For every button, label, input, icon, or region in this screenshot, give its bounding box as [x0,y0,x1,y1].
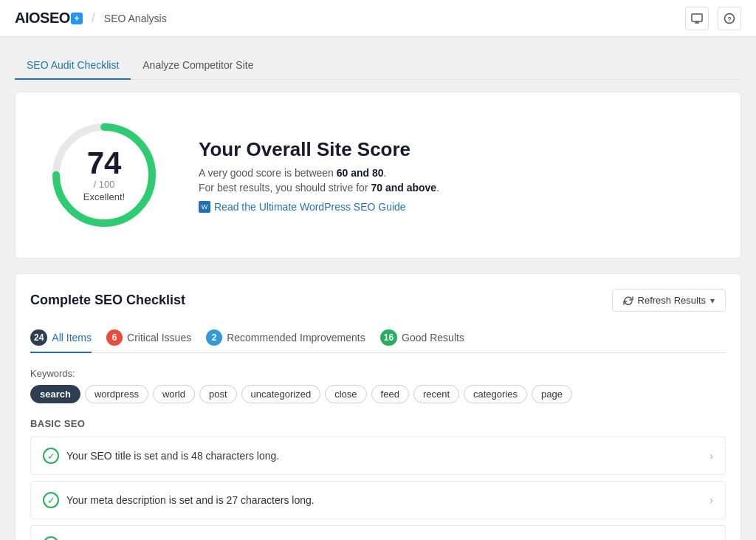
keyword-uncategorized[interactable]: uncategorized [241,385,321,403]
logo-aio-text: AIO [15,10,40,27]
logo: AIOSEO+ [15,10,83,27]
wordpress-icon: W [199,201,210,213]
header-left: AIOSEO+ / SEO Analysis [15,10,167,27]
item-1-left: ✓ Your SEO title is set and is 48 charac… [43,448,279,464]
filter-tab-critical[interactable]: 6 Critical Issues [106,324,191,353]
score-desc1: A very good score is between 60 and 80. [199,167,439,179]
gauge-label: Excellent! [83,191,125,202]
item-3-left: ✓ One or more keywords were found in the… [43,536,408,540]
app-header: AIOSEO+ / SEO Analysis ? [0,0,756,37]
keyword-recent[interactable]: recent [413,385,459,403]
basic-seo-label: Basic SEO [30,418,726,429]
refresh-button[interactable]: Refresh Results ▾ [612,289,726,312]
check-icon-3: ✓ [43,536,59,540]
score-desc2: For best results, you should strive for … [199,182,439,194]
refresh-chevron-icon: ▾ [710,295,715,306]
checklist-items: ✓ Your SEO title is set and is 48 charac… [30,437,726,540]
svg-rect-0 [692,14,702,21]
checklist-card: Complete SEO Checklist Refresh Results ▾… [15,273,741,540]
score-title: Your Overall Site Score [199,138,439,161]
main-content: SEO Audit Checklist Analyze Competitor S… [0,37,756,540]
help-icon-button[interactable]: ? [718,7,741,30]
check-icon-2: ✓ [43,492,59,508]
gauge-max: / 100 [83,179,125,190]
filter-label-good: Good Results [402,332,464,344]
gauge-score: 74 [83,148,125,179]
item-2-left: ✓ Your meta description is set and is 27… [43,492,315,508]
item-1-chevron-icon: › [709,450,713,462]
filter-tab-all[interactable]: 24 All Items [30,324,92,353]
screen-icon-button[interactable] [685,7,709,30]
checklist-item-3[interactable]: ✓ One or more keywords were found in the… [30,525,726,540]
keyword-search[interactable]: search [30,385,80,403]
item-2-text: Your meta description is set and is 27 c… [66,494,315,506]
filter-badge-all: 24 [30,329,47,346]
filter-badge-good: 16 [380,329,397,346]
main-tabs: SEO Audit Checklist Analyze Competitor S… [15,52,741,80]
keyword-categories[interactable]: categories [464,385,527,403]
keyword-wordpress[interactable]: wordpress [85,385,148,403]
help-icon: ? [724,13,735,24]
filter-tab-good[interactable]: 16 Good Results [380,324,464,353]
checklist-item-1[interactable]: ✓ Your SEO title is set and is 48 charac… [30,437,726,475]
keywords-list: search wordpress world post uncategorize… [30,385,726,403]
filter-badge-recommended: 2 [206,329,222,346]
header-icons: ? [685,7,741,30]
screen-icon [691,13,703,24]
keywords-label: Keywords: [30,368,726,379]
checklist-item-2[interactable]: ✓ Your meta description is set and is 27… [30,481,726,519]
filter-tab-recommended[interactable]: 2 Recommended Improvements [206,324,365,353]
checklist-header: Complete SEO Checklist Refresh Results ▾ [30,289,726,312]
filter-badge-critical: 6 [106,329,123,346]
refresh-icon [623,295,633,306]
keyword-post[interactable]: post [199,385,237,403]
item-1-text: Your SEO title is set and is 48 characte… [66,450,279,462]
filter-label-critical: Critical Issues [127,332,191,344]
score-card: 74 / 100 Excellent! Your Overall Site Sc… [15,92,741,259]
logo-plus-icon: + [71,13,83,24]
header-page-title: SEO Analysis [104,13,167,24]
keyword-page[interactable]: page [532,385,572,403]
keyword-world[interactable]: world [153,385,195,403]
refresh-button-label: Refresh Results [638,295,706,306]
tab-competitor[interactable]: Analyze Competitor Site [131,52,265,80]
score-info: Your Overall Site Score A very good scor… [199,138,439,213]
keywords-section: Keywords: search wordpress world post un… [30,368,726,403]
svg-text:?: ? [727,16,732,23]
keyword-close[interactable]: close [325,385,366,403]
score-gauge: 74 / 100 Excellent! [45,116,163,234]
filter-tabs: 24 All Items 6 Critical Issues 2 Recomme… [30,324,726,353]
score-guide-link[interactable]: W Read the Ultimate WordPress SEO Guide [199,201,406,213]
check-icon-1: ✓ [43,448,59,464]
item-2-chevron-icon: › [709,494,713,506]
logo-seo-text: SEO [40,10,70,27]
header-divider: / [92,10,95,26]
tab-seo-audit[interactable]: SEO Audit Checklist [15,52,131,80]
filter-label-all: All Items [52,332,92,344]
keyword-feed[interactable]: feed [371,385,409,403]
filter-label-recommended: Recommended Improvements [227,332,365,344]
score-link-text: Read the Ultimate WordPress SEO Guide [214,201,406,213]
checklist-title: Complete SEO Checklist [30,293,185,308]
gauge-center: 74 / 100 Excellent! [83,148,125,202]
